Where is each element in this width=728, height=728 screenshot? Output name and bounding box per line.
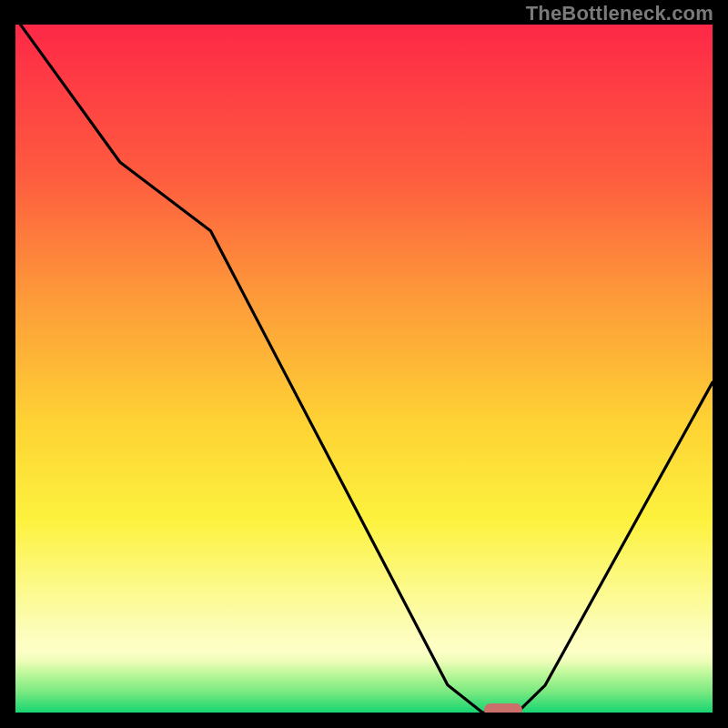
bottleneck-curve	[15, 25, 713, 713]
chart-canvas: TheBottleneck.com	[0, 0, 728, 728]
plot-area	[15, 25, 713, 713]
minimum-marker	[484, 703, 522, 713]
watermark-text: TheBottleneck.com	[526, 2, 713, 25]
